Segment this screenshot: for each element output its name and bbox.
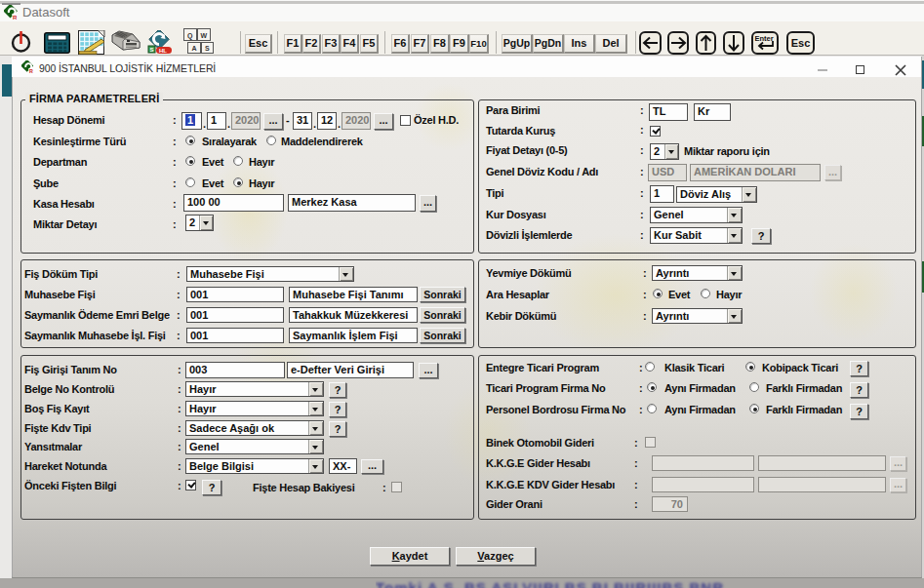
svg-text:A: A: [192, 45, 197, 52]
svg-text:W: W: [201, 32, 208, 39]
svg-text:R: R: [13, 15, 18, 20]
svg-text:S: S: [205, 45, 210, 52]
svg-text:HL: HL: [159, 48, 167, 54]
svg-text:Enter: Enter: [755, 34, 774, 43]
svg-text:R: R: [29, 68, 33, 74]
svg-text:S: S: [149, 47, 153, 53]
svg-text:Q: Q: [187, 32, 193, 40]
